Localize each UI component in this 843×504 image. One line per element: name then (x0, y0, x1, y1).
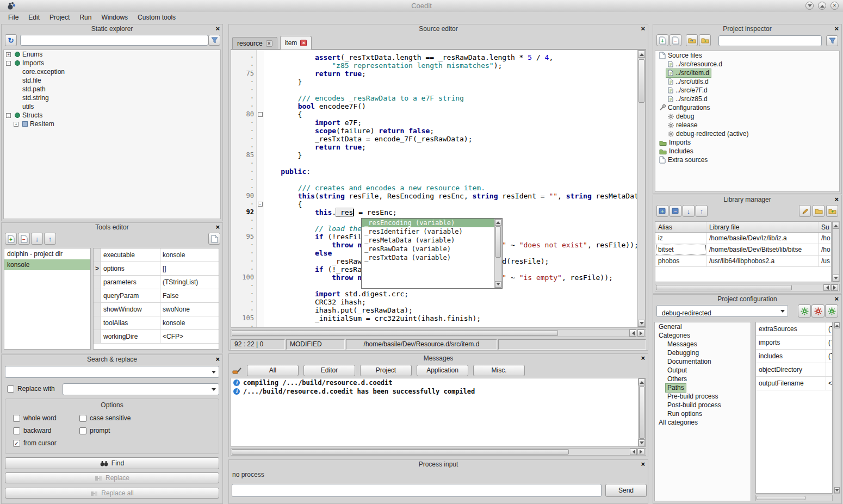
tool-properties-grid[interactable]: executablekonsole>options[]parameters(TS… (93, 248, 219, 350)
messages-filter-project[interactable]: Project (360, 365, 412, 376)
scroll-up-button[interactable] (834, 322, 840, 328)
message-line[interactable]: icompiling /.../build/resource.d.coedit (231, 378, 646, 387)
scroll-left-button[interactable] (823, 284, 830, 291)
add-source-button[interactable]: + (656, 34, 668, 46)
menu-custom-tools[interactable]: Custom tools (133, 13, 181, 22)
property-value[interactable]: <C (826, 377, 832, 390)
tree-item[interactable]: ../src/resource.d (655, 60, 839, 69)
tab-resource[interactable]: resource× (232, 37, 277, 49)
close-icon[interactable]: × (215, 355, 220, 363)
scroll-up-button[interactable] (833, 222, 839, 229)
property-value[interactable]: <CFP> (160, 330, 219, 343)
sync-configurations-button[interactable] (798, 304, 811, 318)
property-value[interactable]: konsole (160, 248, 219, 262)
project-inspector-tree[interactable]: Source files../src/resource.d../src/item… (655, 51, 840, 192)
add-tool-button[interactable]: + (5, 233, 17, 245)
tree-item[interactable]: core.exception (4, 67, 220, 76)
scroll-down-button[interactable] (834, 487, 840, 493)
property-value[interactable]: [] (160, 262, 219, 275)
config-property-row[interactable]: includes(T (756, 350, 832, 363)
tool-item[interactable]: dolphin - project dir (4, 248, 90, 259)
completion-list[interactable]: _resEncoding (variable)_resIdentifier (v… (362, 219, 502, 262)
property-value[interactable]: (TStringList) (160, 276, 219, 289)
scroll-down-button[interactable] (495, 281, 501, 288)
shade-button[interactable] (805, 2, 814, 10)
close-icon[interactable]: × (215, 24, 220, 33)
configuration-select[interactable]: debug-redirected (656, 305, 788, 317)
send-button[interactable]: Send (605, 484, 647, 497)
tab-close-icon[interactable]: × (266, 40, 272, 47)
fold-collapse-icon[interactable]: - (258, 202, 263, 207)
tree-item[interactable]: ../src/e7F.d (655, 86, 839, 95)
collapse-icon[interactable]: - (6, 113, 11, 118)
menu-file[interactable]: File (3, 13, 23, 22)
config-property-row[interactable]: extraSources(T (756, 322, 832, 336)
property-value[interactable]: (T (826, 350, 832, 363)
library-vertical-scrollbar[interactable] (832, 221, 840, 282)
tree-item[interactable]: Debugging (655, 349, 751, 357)
library-from-file-button[interactable] (813, 205, 825, 217)
replace-button[interactable]: Replace (5, 472, 219, 483)
tree-item[interactable]: debug (655, 112, 839, 121)
expand-icon[interactable]: + (14, 122, 18, 127)
messages-list[interactable]: icompiling /.../build/resource.d.coediti… (231, 378, 646, 447)
library-horizontal-scrollbar[interactable] (655, 284, 840, 291)
property-row[interactable]: workingDire<CFP> (94, 330, 219, 344)
menu-project[interactable]: Project (45, 13, 75, 22)
column-header[interactable]: Su (819, 222, 831, 232)
messages-horizontal-scrollbar[interactable] (231, 448, 646, 456)
tree-item[interactable]: Source files (655, 51, 839, 60)
scroll-up-button[interactable] (639, 378, 645, 385)
tree-item[interactable]: +ResItem (4, 120, 220, 128)
property-row[interactable]: showWindowswoNone (94, 303, 219, 316)
collapse-icon[interactable]: - (6, 61, 11, 66)
static-explorer-tree[interactable]: +Enums-Importscore.exceptionstd.filestd.… (3, 49, 221, 219)
library-from-project-button[interactable]: + (826, 205, 838, 217)
static-explorer-search-input[interactable] (20, 35, 208, 46)
scroll-right-button[interactable] (637, 329, 644, 337)
messages-filter-misc[interactable]: Misc. (473, 365, 525, 376)
scroll-left-button[interactable] (629, 329, 636, 337)
tool-item[interactable]: konsole (4, 259, 90, 270)
open-folder-button[interactable] (686, 34, 698, 46)
property-row[interactable]: toolAliaskonsole (94, 316, 219, 330)
column-header[interactable]: Alias (655, 222, 706, 232)
tree-item[interactable]: release (655, 121, 839, 129)
scroll-up-button[interactable] (638, 51, 645, 58)
move-library-up-button[interactable]: ↑ (696, 205, 708, 217)
completion-item[interactable]: _resRawData (variable) (362, 245, 494, 253)
completion-item[interactable]: _resMetaData (variable) (362, 236, 494, 245)
message-line[interactable]: i/.../build/resource.d.coedit has been s… (231, 387, 646, 396)
column-header[interactable]: Library file (706, 222, 819, 232)
tree-item[interactable]: std.path (4, 85, 220, 94)
add-folder-button[interactable]: + (699, 34, 711, 46)
tree-item[interactable]: Documentation (655, 357, 751, 366)
tool-file-button[interactable] (208, 233, 220, 245)
search-term-combo[interactable] (5, 366, 219, 378)
tree-item[interactable]: Paths (655, 383, 751, 392)
library-row[interactable]: phobos/usr/lib64/libphobos2.a/us (655, 256, 831, 267)
configuration-properties-grid[interactable]: extraSources(Timports(Tincludes(TobjectD… (755, 322, 833, 494)
tree-item[interactable]: -Structs (4, 111, 220, 120)
scrollbar-thumb[interactable] (656, 285, 792, 290)
menu-run[interactable]: Run (75, 13, 96, 22)
tree-item[interactable]: Imports (655, 138, 839, 147)
tree-item[interactable]: Others (655, 375, 751, 383)
checkbox-case-sensitive[interactable]: case sensitive (79, 413, 219, 423)
messages-filter-application[interactable]: Application (417, 365, 468, 376)
scrollbar-thumb[interactable] (639, 386, 644, 439)
close-icon[interactable]: × (834, 195, 839, 203)
tree-item[interactable]: Post-build process (655, 401, 751, 409)
tree-item[interactable]: Extra sources (655, 155, 839, 164)
property-value[interactable]: (T (826, 336, 832, 349)
filter-button[interactable] (208, 35, 220, 46)
scroll-up-button[interactable] (495, 219, 501, 226)
messages-vertical-scrollbar[interactable] (638, 378, 646, 447)
close-icon[interactable]: × (834, 24, 839, 33)
tree-item[interactable]: -Imports (4, 59, 220, 67)
replace-with-combo[interactable] (63, 383, 219, 395)
tab-item[interactable]: item× (280, 36, 312, 49)
scrollbar-thumb[interactable] (232, 330, 558, 336)
tree-item[interactable]: Configurations (655, 103, 839, 112)
checkbox-whole-word[interactable]: whole word (13, 413, 77, 423)
